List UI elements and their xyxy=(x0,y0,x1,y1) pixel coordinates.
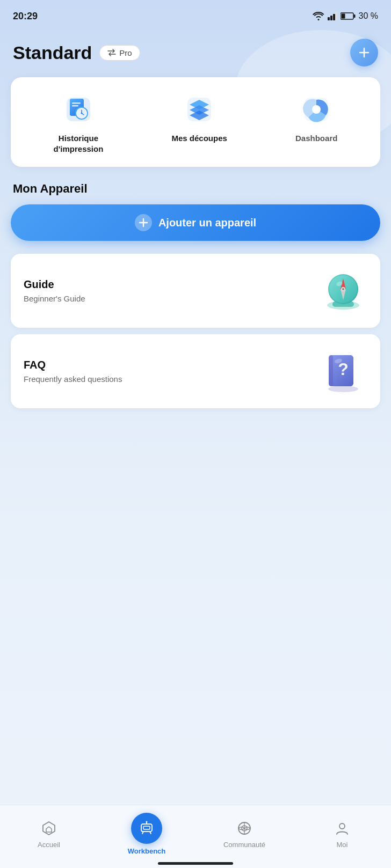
battery-level: 30 % xyxy=(359,11,378,21)
svg-point-53 xyxy=(339,823,345,829)
nav-item-moi[interactable]: Moi xyxy=(321,819,364,849)
guide-illustration xyxy=(319,267,367,315)
workbench-active-bg xyxy=(131,813,162,844)
faq-title: FAQ xyxy=(24,359,122,371)
svg-point-19 xyxy=(81,113,82,114)
quick-action-print-history[interactable]: Historiqued'impression xyxy=(54,92,104,154)
nav-item-workbench[interactable]: Workbench xyxy=(125,813,168,855)
my-device-section-title: Mon Appareil xyxy=(0,182,391,204)
quick-action-my-cuts[interactable]: Mes découpes xyxy=(172,92,227,154)
nav-label-communaute: Communauté xyxy=(223,841,265,849)
status-bar: 20:29 30 % xyxy=(0,0,391,30)
faq-card[interactable]: FAQ Frequently asked questions ? xyxy=(11,334,380,408)
page-title: Standard xyxy=(13,42,92,63)
nav-label-accueil: Accueil xyxy=(38,841,60,849)
svg-rect-12 xyxy=(72,102,81,104)
svg-point-26 xyxy=(312,105,321,114)
dashboard-icon xyxy=(299,92,334,127)
nav-item-communaute[interactable]: Communauté xyxy=(223,819,266,849)
nav-label-workbench: Workbench xyxy=(128,847,166,855)
svg-point-38 xyxy=(328,386,358,392)
workbench-icon xyxy=(138,820,155,837)
battery-icon xyxy=(341,12,356,20)
signal-icon xyxy=(328,12,337,20)
svg-rect-41 xyxy=(329,355,333,386)
home-indicator xyxy=(158,862,233,865)
svg-rect-5 xyxy=(353,14,355,18)
print-history-icon xyxy=(61,92,96,127)
svg-rect-6 xyxy=(341,14,345,19)
add-button[interactable] xyxy=(350,39,378,67)
community-icon xyxy=(235,819,254,837)
nav-item-accueil[interactable]: Accueil xyxy=(27,819,70,849)
wifi-icon xyxy=(313,12,324,20)
quick-actions-card: Historiqued'impression Mes découpes xyxy=(11,77,380,167)
svg-rect-13 xyxy=(72,105,78,107)
dashboard-label: Dashboard xyxy=(295,133,337,144)
faq-illustration: ? xyxy=(319,347,367,395)
pro-badge-label: Pro xyxy=(119,48,132,57)
svg-point-36 xyxy=(342,288,344,290)
svg-rect-2 xyxy=(333,14,335,20)
add-device-label: Ajouter un appareil xyxy=(158,217,256,229)
swap-icon xyxy=(107,49,116,56)
status-right: 30 % xyxy=(313,11,378,21)
guide-title: Guide xyxy=(24,278,85,291)
svg-rect-44 xyxy=(141,824,152,832)
profile-icon xyxy=(333,819,351,837)
guide-subtitle: Beginner's Guide xyxy=(24,294,85,303)
bottom-nav: Accueil Workbench xyxy=(0,805,391,868)
nav-label-moi: Moi xyxy=(337,841,348,849)
svg-point-49 xyxy=(146,821,148,823)
print-history-label: Historiqued'impression xyxy=(54,133,104,154)
header: Standard Pro xyxy=(0,30,391,77)
guide-card[interactable]: Guide Beginner's Guide xyxy=(11,254,380,328)
svg-rect-1 xyxy=(330,16,332,20)
svg-rect-3 xyxy=(335,12,337,20)
add-device-button[interactable]: Ajouter un appareil xyxy=(11,204,380,241)
svg-rect-45 xyxy=(143,826,150,829)
quick-action-dashboard[interactable]: Dashboard xyxy=(295,92,337,154)
faq-subtitle: Frequently asked questions xyxy=(24,374,122,384)
home-icon xyxy=(40,819,58,837)
add-device-plus-icon xyxy=(135,214,152,231)
pro-badge[interactable]: Pro xyxy=(99,45,140,61)
layers-icon xyxy=(182,92,216,127)
svg-rect-0 xyxy=(328,17,330,20)
my-cuts-label: Mes découpes xyxy=(172,133,227,144)
status-time: 20:29 xyxy=(13,11,38,22)
